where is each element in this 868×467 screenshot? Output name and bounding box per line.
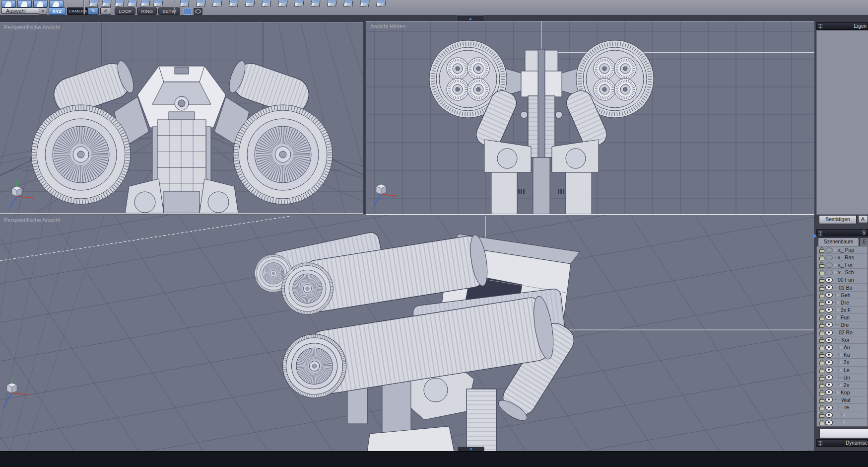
eye-icon[interactable] (825, 382, 833, 388)
eye-icon[interactable] (825, 322, 833, 327)
lock-icon[interactable] (819, 322, 824, 327)
tree-expand-icon[interactable]: ▶ (834, 248, 837, 252)
lock-icon[interactable] (819, 315, 824, 320)
lock-icon[interactable] (819, 300, 824, 305)
free-selection-icon[interactable] (17, 0, 32, 7)
model-tool-10-icon[interactable] (326, 0, 337, 7)
tree-expand-icon[interactable]: ▶ (840, 353, 842, 357)
eye-icon[interactable] (825, 330, 833, 335)
model-tool-1-icon[interactable] (179, 0, 190, 7)
tree-scrollbar[interactable] (819, 429, 868, 438)
tree-expand-icon[interactable]: ▶ (837, 315, 839, 319)
viewport-perspective-bottom[interactable]: Perspektifische Ansicht (0, 215, 814, 452)
live-selection-icon[interactable] (1, 0, 16, 7)
tree-expand-icon[interactable]: ▶ (840, 368, 842, 372)
eye-icon[interactable] (825, 420, 833, 425)
lock-icon[interactable] (819, 375, 824, 380)
eye-icon[interactable] (825, 412, 833, 418)
lock-icon[interactable] (819, 360, 824, 365)
eye-icon[interactable] (825, 262, 833, 268)
brush-arrow-icon[interactable]: ✐ (100, 7, 111, 15)
model-tool-3-icon[interactable] (211, 0, 223, 7)
drag-grip-icon[interactable] (818, 231, 822, 236)
tree-expand-icon[interactable]: ▶ (837, 301, 839, 305)
tree-expand-icon[interactable]: ▶ (840, 383, 842, 387)
poly-tool-3-icon[interactable] (114, 0, 125, 7)
eye-icon[interactable] (825, 285, 833, 290)
tree-expand-icon[interactable]: ▶ (837, 390, 839, 394)
tab-szenenbaum[interactable]: Szenenbaum (818, 237, 859, 246)
model-tool-13-icon[interactable] (375, 0, 387, 7)
tree-item[interactable]: ├▶ (817, 411, 868, 419)
eye-icon[interactable] (825, 389, 833, 395)
tree-item-dre[interactable]: ├▶Dre (817, 299, 868, 307)
tree-item-x-for[interactable]: ▶x_ For (817, 261, 868, 269)
tree-item-ku[interactable]: ├▶Ku (817, 351, 868, 359)
tree-item-le[interactable]: ├▶Le (817, 367, 868, 374)
model-tool-7-icon[interactable] (277, 0, 288, 7)
tree-item-02-ro[interactable]: ▼02 Ro (817, 329, 868, 336)
lock-icon[interactable] (819, 337, 824, 342)
tree-item-x-ras[interactable]: ─x_ Ras (817, 254, 868, 261)
tree-expand-icon[interactable]: ▶ (837, 308, 839, 312)
eye-icon[interactable] (825, 300, 833, 305)
lock-icon[interactable] (819, 247, 824, 252)
eye-icon[interactable] (825, 337, 833, 343)
lock-icon[interactable] (819, 383, 824, 388)
paint-selection-icon[interactable] (49, 0, 64, 7)
tree-item-2x[interactable]: └▶2x (817, 382, 868, 389)
poly-tool-6-icon[interactable] (152, 0, 164, 7)
tree-item-3x-f[interactable]: ├▶3x F (817, 307, 868, 314)
tree-item-2x[interactable]: ├▶2x (817, 359, 868, 366)
tree-item-fun[interactable]: ├▶Fun (817, 314, 868, 321)
poly-tool-1-icon[interactable] (88, 0, 99, 7)
loop-button[interactable]: LOOP (115, 7, 135, 15)
model-tool-9-icon[interactable] (310, 0, 321, 7)
eye-icon[interactable] (825, 345, 833, 350)
tree-item-re[interactable]: ├▼re (817, 404, 868, 411)
tree-item-x-pup[interactable]: ▶x_ Pup (817, 246, 868, 254)
model-tool-11-icon[interactable] (342, 0, 354, 7)
lock-icon[interactable] (819, 390, 824, 395)
viewport-perspective-top[interactable]: Perspektifische Ansicht (0, 22, 363, 214)
panel-collapse-icon[interactable] (813, 234, 817, 238)
tree-expand-icon[interactable]: ▼ (837, 338, 840, 342)
brush-tool-icon[interactable]: ✎ (88, 7, 99, 15)
model-tool-4-icon[interactable] (228, 0, 239, 7)
confirm-button[interactable]: Bestätigen (819, 215, 857, 224)
model-tool-2-icon[interactable] (195, 0, 206, 7)
tree-expand-icon[interactable]: ▶ (843, 413, 845, 417)
eye-icon[interactable] (825, 255, 833, 260)
tab-second[interactable]: E (860, 237, 868, 246)
lock-icon[interactable] (819, 262, 824, 267)
poly-tool-4-icon[interactable] (127, 0, 138, 7)
tree-item-kop[interactable]: ├▶Kop (817, 389, 868, 396)
eye-icon[interactable] (825, 277, 833, 283)
tree-item-geh[interactable]: ├▶Geh (817, 292, 868, 299)
model-tool-6-icon[interactable] (261, 0, 272, 7)
tree-expand-icon[interactable]: ▼ (837, 398, 840, 401)
tree-expand-icon[interactable]: ▶ (840, 360, 842, 364)
lock-icon[interactable] (819, 255, 824, 260)
eye-icon[interactable] (825, 314, 833, 320)
tree-item-un[interactable]: ├─Un (817, 374, 868, 382)
xyz-button[interactable]: XYZ (49, 7, 66, 15)
tree-expand-icon[interactable]: ▶ (834, 270, 837, 274)
marquee-select-icon[interactable] (184, 8, 192, 15)
model-tool-12-icon[interactable] (359, 0, 370, 7)
eye-icon[interactable] (825, 367, 833, 373)
lock-icon[interactable] (819, 345, 824, 350)
rect-selection-icon[interactable] (33, 0, 48, 7)
eye-icon[interactable] (825, 375, 833, 380)
tree-item-01-ba[interactable]: ▼01 Ba (817, 284, 868, 291)
tree-expand-icon[interactable]: ▶ (843, 420, 845, 424)
poly-tool-5-icon[interactable] (139, 0, 151, 7)
lock-icon[interactable] (819, 368, 824, 373)
lock-icon[interactable] (819, 405, 824, 410)
tree-expand-icon[interactable]: ▶ (834, 263, 837, 267)
tree-expand-icon[interactable]: ▼ (834, 286, 838, 289)
tree-item-au[interactable]: ├▶Au (817, 344, 868, 351)
tree-item-x-sch[interactable]: ▶x_ Sch (817, 269, 868, 276)
viewport-back-view[interactable]: Ansicht Hinten (366, 21, 814, 215)
ring-button[interactable]: RING (137, 7, 157, 15)
